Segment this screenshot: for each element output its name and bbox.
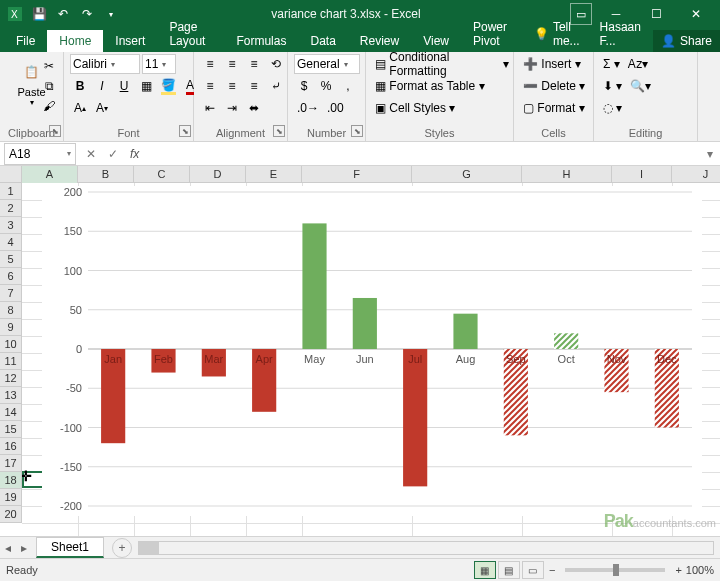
italic-button[interactable]: I: [92, 76, 112, 96]
align-right-button[interactable]: ≡: [244, 76, 264, 96]
insert-cells-button[interactable]: ➕ Insert ▾: [520, 54, 592, 74]
border-button[interactable]: ▦: [136, 76, 156, 96]
column-header-G[interactable]: G: [412, 166, 522, 183]
scrollbar-thumb[interactable]: [139, 542, 159, 554]
column-header-H[interactable]: H: [522, 166, 612, 183]
column-header-A[interactable]: A: [22, 166, 78, 183]
qat-dropdown-icon[interactable]: ▾: [100, 3, 122, 25]
delete-cells-button[interactable]: ➖ Delete ▾: [520, 76, 592, 96]
conditional-formatting-button[interactable]: ▤ Conditional Formatting ▾: [372, 54, 512, 74]
format-painter-button[interactable]: 🖌: [39, 96, 59, 116]
bold-button[interactable]: B: [70, 76, 90, 96]
zoom-level[interactable]: 100%: [686, 564, 714, 576]
row-header-2[interactable]: 2: [0, 200, 22, 217]
row-header-7[interactable]: 7: [0, 285, 22, 302]
horizontal-scrollbar[interactable]: [138, 541, 714, 555]
decrease-decimal-button[interactable]: .00: [324, 98, 347, 118]
increase-decimal-button[interactable]: .0→: [294, 98, 322, 118]
cell-styles-button[interactable]: ▣ Cell Styles ▾: [372, 98, 512, 118]
merge-center-button[interactable]: ⬌: [244, 98, 264, 118]
sheet-nav-next[interactable]: ▸: [16, 538, 32, 558]
align-center-button[interactable]: ≡: [222, 76, 242, 96]
row-header-6[interactable]: 6: [0, 268, 22, 285]
tab-data[interactable]: Data: [298, 30, 347, 52]
row-header-19[interactable]: 19: [0, 489, 22, 506]
find-select-button[interactable]: 🔍▾: [627, 76, 654, 96]
fx-label[interactable]: fx: [130, 147, 139, 161]
orientation-button[interactable]: ⟲: [266, 54, 286, 74]
tab-file[interactable]: File: [4, 30, 47, 52]
row-header-12[interactable]: 12: [0, 370, 22, 387]
row-header-17[interactable]: 17: [0, 455, 22, 472]
number-launcher[interactable]: ⬊: [351, 125, 363, 137]
clear-button[interactable]: ◌ ▾: [600, 98, 625, 118]
align-left-button[interactable]: ≡: [200, 76, 220, 96]
column-header-E[interactable]: E: [246, 166, 302, 183]
align-bottom-button[interactable]: ≡: [244, 54, 264, 74]
row-header-13[interactable]: 13: [0, 387, 22, 404]
column-header-I[interactable]: I: [612, 166, 672, 183]
autosum-button[interactable]: Σ ▾: [600, 54, 623, 74]
number-format-combo[interactable]: General▾: [294, 54, 360, 74]
column-header-F[interactable]: F: [302, 166, 412, 183]
undo-icon[interactable]: ↶: [52, 3, 74, 25]
decrease-font-button[interactable]: A▾: [92, 98, 112, 118]
copy-button[interactable]: ⧉: [39, 76, 59, 96]
sort-filter-button[interactable]: Aᴢ▾: [625, 54, 651, 74]
name-box[interactable]: A18▾: [4, 143, 76, 165]
decrease-indent-button[interactable]: ⇤: [200, 98, 220, 118]
row-header-10[interactable]: 10: [0, 336, 22, 353]
zoom-in-button[interactable]: +: [675, 564, 681, 576]
cut-button[interactable]: ✂: [39, 56, 59, 76]
row-header-4[interactable]: 4: [0, 234, 22, 251]
currency-button[interactable]: $: [294, 76, 314, 96]
save-icon[interactable]: 💾: [28, 3, 50, 25]
grid[interactable]: ✛ -200-150-100-50050100150200JanFebMarAp…: [22, 183, 720, 536]
tab-page-layout[interactable]: Page Layout: [157, 16, 224, 52]
underline-button[interactable]: U: [114, 76, 134, 96]
format-cells-button[interactable]: ▢ Format ▾: [520, 98, 592, 118]
row-header-5[interactable]: 5: [0, 251, 22, 268]
column-header-B[interactable]: B: [78, 166, 134, 183]
alignment-launcher[interactable]: ⬊: [273, 125, 285, 137]
row-header-9[interactable]: 9: [0, 319, 22, 336]
normal-view-button[interactable]: ▦: [474, 561, 496, 579]
percent-button[interactable]: %: [316, 76, 336, 96]
fill-color-button[interactable]: 🪣: [158, 76, 178, 96]
font-name-combo[interactable]: Calibri▾: [70, 54, 140, 74]
expand-formula-bar[interactable]: ▾: [700, 147, 720, 161]
format-as-table-button[interactable]: ▦ Format as Table ▾: [372, 76, 512, 96]
tab-home[interactable]: Home: [47, 30, 103, 52]
redo-icon[interactable]: ↷: [76, 3, 98, 25]
cancel-formula-button[interactable]: ✕: [80, 143, 102, 165]
wrap-text-button[interactable]: ⤶: [266, 76, 286, 96]
page-break-view-button[interactable]: ▭: [522, 561, 544, 579]
column-header-J[interactable]: J: [672, 166, 720, 183]
sheet-nav-prev[interactable]: ◂: [0, 538, 16, 558]
formula-input[interactable]: [145, 143, 700, 165]
row-header-14[interactable]: 14: [0, 404, 22, 421]
row-header-1[interactable]: 1: [0, 183, 22, 200]
add-sheet-button[interactable]: +: [112, 538, 132, 558]
tab-formulas[interactable]: Formulas: [224, 30, 298, 52]
share-button[interactable]: 👤Share: [653, 30, 720, 52]
user-name[interactable]: Hasaan F...: [588, 16, 653, 52]
font-launcher[interactable]: ⬊: [179, 125, 191, 137]
row-header-15[interactable]: 15: [0, 421, 22, 438]
variance-chart[interactable]: -200-150-100-50050100150200JanFebMarAprM…: [42, 186, 702, 516]
font-size-combo[interactable]: 11▾: [142, 54, 176, 74]
row-header-16[interactable]: 16: [0, 438, 22, 455]
zoom-out-button[interactable]: −: [549, 564, 555, 576]
excel-app-icon[interactable]: X: [4, 3, 26, 25]
column-header-C[interactable]: C: [134, 166, 190, 183]
page-layout-view-button[interactable]: ▤: [498, 561, 520, 579]
row-header-8[interactable]: 8: [0, 302, 22, 319]
tab-review[interactable]: Review: [348, 30, 411, 52]
select-all-corner[interactable]: [0, 166, 22, 183]
tell-me[interactable]: 💡Tell me...: [526, 16, 588, 52]
sheet-tab-sheet1[interactable]: Sheet1: [36, 537, 104, 558]
clipboard-launcher[interactable]: ⬊: [49, 125, 61, 137]
tab-insert[interactable]: Insert: [103, 30, 157, 52]
zoom-slider-thumb[interactable]: [613, 564, 619, 576]
row-header-11[interactable]: 11: [0, 353, 22, 370]
